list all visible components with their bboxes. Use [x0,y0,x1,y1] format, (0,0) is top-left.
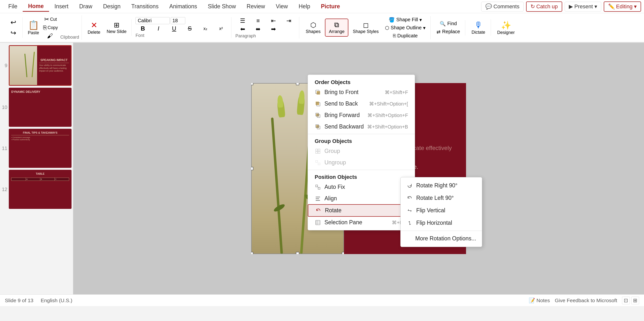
dictate-button[interactable]: 🎙 Dictate [469,19,488,36]
tab-review[interactable]: Review [241,2,270,11]
send-backward-shortcut: ⌘+Shift+Option+B [367,124,408,130]
tab-bar: File Home Insert Draw Design Transitions… [0,0,644,13]
align-item[interactable]: Align › [308,193,415,204]
tab-slideshow[interactable]: Slide Show [202,2,241,11]
copy-button[interactable]: ⎘Copy [42,24,59,32]
tab-file[interactable]: File [3,2,23,11]
rotate-item[interactable]: Rotate › [308,204,415,217]
tab-home[interactable]: Home [23,2,49,12]
ungroup-item[interactable]: Ungroup [308,157,415,168]
send-backward-item[interactable]: Send Backward ⌘+Shift+Option+B [308,121,415,132]
feedback-button[interactable]: Give Feedback to Microsoft [555,297,617,303]
paste-icon: 📋 [28,20,39,30]
tab-help[interactable]: Help [293,2,316,11]
arrange-label: Arrange [329,29,344,34]
shape-fill-button[interactable]: 🪣 Shape Fill ▾ [383,16,428,24]
numbering-button[interactable]: ≡ [251,17,265,25]
tab-draw[interactable]: Draw [74,2,98,11]
cut-button[interactable]: ✂Cut [42,16,59,23]
duplicate-button[interactable]: ⎘ Duplicate [383,32,428,39]
group-item[interactable]: Group [308,145,415,157]
present-button[interactable]: ▶ Present ▾ [565,2,601,12]
font-group: Calibri 18 B I U S x₂ x² Font [132,17,232,38]
font-size-select[interactable]: 18 [171,17,185,24]
selection-pane-item[interactable]: Selection Pane ⌘+F10 [308,217,415,228]
shape-styles-icon: ◻ [363,21,369,29]
bring-forward-shortcut: ⌘+Shift+Option+F [368,112,408,118]
slide-10-thumb[interactable]: DYNAMIC DELIVERY [9,88,72,127]
tab-animations[interactable]: Animations [164,2,202,11]
delete-button[interactable]: ✕ Delete [85,20,103,36]
more-rotation-item[interactable]: More Rotation Options... [400,232,482,245]
tab-view[interactable]: View [270,2,293,11]
slide-11-thumb[interactable]: FINAL TIPS & TAKEAWAYS • Consistent mess… [9,129,72,168]
bring-forward-item[interactable]: Bring Forward ⌘+Shift+Option+F [308,109,415,121]
bold-button[interactable]: B [136,25,150,33]
slide-panel: 9 SPEAKING IMPACT Your ability to commun… [0,43,73,294]
rotate-right-item[interactable]: Rotate Right 90° [400,179,482,192]
stem2 [32,52,35,77]
indent-button[interactable]: ⇥ [282,17,296,25]
underline-button[interactable]: U [167,25,182,33]
font-family-select[interactable]: Calibri [136,17,170,24]
flip-horizontal-item[interactable]: Flip Horizontal [400,217,482,229]
tab-transitions[interactable]: Transitions [126,2,164,11]
tab-picture[interactable]: Picture [316,2,345,11]
send-to-back-item[interactable]: Send to Back ⌘+Shift+Option+[ [308,98,415,109]
shapes-button[interactable]: ⬡ Shapes [303,20,323,35]
align-right-button[interactable]: ➡ [266,25,281,33]
comments-button[interactable]: 💬 Comments [481,2,524,12]
bring-to-front-item[interactable]: Bring to Front ⌘+Shift+F [308,87,415,98]
slide-11-content: FINAL TIPS & TAKEAWAYS • Consistent mess… [9,129,72,168]
outdent-button[interactable]: ⇤ [266,17,281,25]
undo-group: ↩ ↪ [4,17,23,38]
svg-rect-20 [316,198,319,199]
normal-view-button[interactable]: ⊡ [622,296,630,304]
designer-button[interactable]: ✨ Designer [495,19,517,36]
rotate-icon [315,207,322,214]
autofix-item[interactable]: Auto Fix [308,181,415,193]
rotate-left-item[interactable]: Rotate Left 90° [400,192,482,204]
shapes-label: Shapes [306,29,320,34]
shape-outline-button[interactable]: ⬡ Shape Outline ▾ [383,24,428,32]
order-objects-title: Order Objects [308,77,415,87]
view-buttons: ⊡ ⊞ [622,296,639,304]
new-slide-button[interactable]: ⊞ New Slide [104,20,129,35]
paste-button[interactable]: 📋 Paste [26,19,41,36]
notes-label: Notes [536,297,550,303]
align-center-button[interactable]: ⬌ [251,25,265,33]
delete-icon: ✕ [91,21,98,30]
slide-11-container: 11 FINAL TIPS & TAKEAWAYS • Consistent m… [2,129,72,168]
redo-button[interactable]: ↪ [6,28,20,38]
notes-button[interactable]: 📝 Notes [529,297,550,303]
format-painter-button[interactable]: 🖌 [42,32,59,40]
slide-9-thumb[interactable]: SPEAKING IMPACT Your ability to communic… [9,45,72,86]
editing-button[interactable]: ✏️ Editing ▾ [604,2,641,12]
arrange-button[interactable]: ⧉ Arrange [325,19,348,37]
align-left-button[interactable]: ⬅ [235,25,250,33]
designer-icon: ✨ [501,20,511,30]
canvas-area[interactable]: CT Your ability to communicate effective… [73,43,644,294]
replace-button[interactable]: ⇄ Replace [434,28,462,36]
slide-9-number: 9 [2,63,7,68]
italic-button[interactable]: I [151,25,166,33]
shape-styles-button[interactable]: ◻ Shape Styles [350,20,381,35]
ribbon-container: File Home Insert Draw Design Transitions… [0,0,644,43]
flip-vertical-item[interactable]: Flip Vertical [400,204,482,217]
slide-12-table: A B C [11,178,69,181]
shapes-icon: ⬡ [310,21,316,29]
subscript-button[interactable]: x₂ [198,26,213,32]
align-label: Align [324,195,337,202]
send-backward-label: Send Backward [324,123,364,130]
arrange-dropdown: Order Objects Bring to Front ⌘+Shift+F S… [308,75,415,230]
tab-insert[interactable]: Insert [49,2,74,11]
catchup-button[interactable]: ↻ Catch up [526,2,562,12]
tab-design[interactable]: Design [98,2,126,11]
slide-12-thumb[interactable]: TABLE A B C [9,170,72,209]
undo-button[interactable]: ↩ [6,17,20,27]
find-button[interactable]: 🔍 Find [434,20,462,27]
bullets-button[interactable]: ☰ [235,17,250,25]
superscript-button[interactable]: x² [214,26,228,32]
slideshow-view-button[interactable]: ⊞ [631,296,639,304]
strikethrough-button[interactable]: S [182,25,197,33]
